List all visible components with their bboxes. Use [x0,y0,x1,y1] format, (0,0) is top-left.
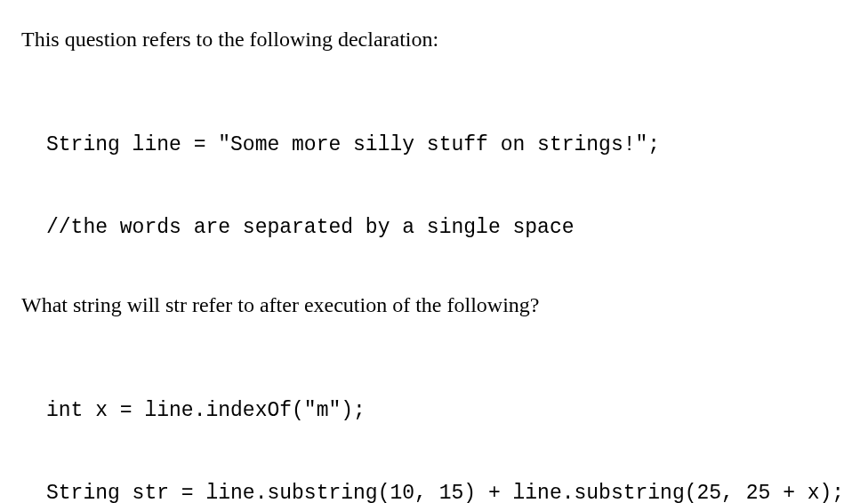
intro-text: This question refers to the following de… [21,25,847,55]
question-text: What string will str refer to after exec… [21,291,847,321]
code-line: //the words are separated by a single sp… [46,214,847,242]
code-line: int x = line.indexOf("m"); [46,397,847,425]
code-block-declaration: String line = "Some more silly stuff on … [46,76,847,269]
code-line: String str = line.substring(10, 15) + li… [46,480,847,503]
code-line: String line = "Some more silly stuff on … [46,132,847,159]
code-block-execution: int x = line.indexOf("m"); String str = … [46,342,847,503]
